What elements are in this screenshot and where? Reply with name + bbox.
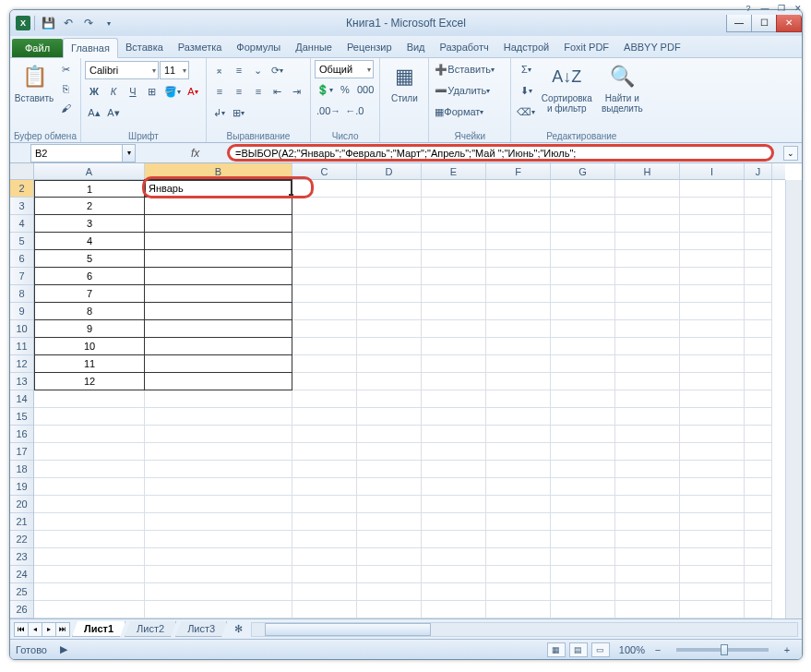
cell[interactable] [422,513,486,531]
cell[interactable] [745,531,772,548]
view-layout-icon[interactable]: ▤ [569,642,588,657]
minimize-button[interactable]: — [726,15,752,32]
sheet-tab[interactable]: Лист3 [175,621,227,637]
ribbon-tab-4[interactable]: Данные [288,38,340,57]
cell[interactable] [145,233,292,250]
find-select-button[interactable]: 🔍 Найти и выделить [596,60,648,115]
cell[interactable] [615,338,680,355]
maximize-button[interactable]: ☐ [751,15,777,32]
cell[interactable] [745,198,772,215]
cell[interactable] [34,601,145,618]
cell[interactable] [551,478,615,496]
cell[interactable] [680,373,745,390]
cell[interactable] [486,513,551,531]
name-box[interactable]: B2 [30,144,123,162]
cell[interactable] [357,250,422,268]
cell[interactable] [680,303,745,320]
cell[interactable] [145,303,292,320]
italic-button[interactable]: К [104,82,123,101]
cell[interactable] [357,408,422,426]
align-center-icon[interactable]: ≡ [230,82,248,101]
cell[interactable] [486,408,551,426]
cell[interactable] [615,426,680,443]
tab-nav-prev-icon[interactable]: ◂ [28,622,42,637]
cell[interactable] [292,496,357,513]
cell[interactable] [551,268,615,285]
ribbon-tab-9[interactable]: Foxit PDF [556,38,616,57]
row-header[interactable]: 8 [10,285,33,303]
cell[interactable] [745,285,772,303]
cell[interactable] [486,303,551,320]
border-button[interactable]: ⊞ [143,82,161,101]
cell[interactable] [357,461,422,478]
fx-button[interactable]: fx [191,147,199,160]
cell[interactable] [34,426,145,443]
cell[interactable] [292,601,357,618]
cell[interactable] [615,303,680,320]
cell[interactable] [551,426,615,443]
row-header[interactable]: 11 [10,338,33,355]
cell[interactable] [357,548,422,566]
view-normal-icon[interactable]: ▦ [547,642,566,657]
cell[interactable] [357,303,422,320]
cell[interactable] [422,566,486,583]
cells[interactable]: Январь 123456789101112 [34,180,785,618]
cell[interactable] [34,408,145,426]
cell[interactable] [422,198,486,215]
cell[interactable] [292,461,357,478]
cell[interactable] [145,478,292,496]
increase-decimal-icon[interactable]: .00→ [315,102,342,120]
cell[interactable] [680,250,745,268]
row-header[interactable]: 2 [10,180,33,198]
column-header[interactable]: H [615,163,680,179]
cell[interactable] [422,601,486,618]
column-header[interactable]: B [145,163,292,179]
decrease-decimal-icon[interactable]: ←.0 [343,102,365,120]
row-header[interactable]: 7 [10,268,33,285]
cell[interactable] [292,285,357,303]
cell[interactable] [745,338,772,355]
cell[interactable] [486,198,551,215]
cell[interactable] [145,355,292,373]
cell[interactable] [745,443,772,461]
cell[interactable] [551,180,615,198]
qat-save-icon[interactable]: 💾 [39,14,57,32]
cell[interactable] [745,180,772,198]
cell[interactable] [486,355,551,373]
cell[interactable] [422,583,486,601]
cell[interactable] [486,250,551,268]
column-header[interactable]: I [680,163,745,179]
cell[interactable] [34,461,145,478]
cell[interactable] [486,531,551,548]
cell[interactable] [615,478,680,496]
row-header[interactable]: 24 [10,566,33,583]
doc-close-icon[interactable]: ✕ [791,9,803,15]
cell[interactable] [145,390,292,408]
cell[interactable] [486,461,551,478]
cell[interactable] [357,338,422,355]
cell[interactable] [680,583,745,601]
cell[interactable] [680,355,745,373]
autosum-icon[interactable]: Σ [515,60,537,78]
cell[interactable] [486,373,551,390]
cell[interactable] [551,355,615,373]
cell[interactable] [551,338,615,355]
row-header[interactable]: 12 [10,355,33,373]
cell[interactable] [292,338,357,355]
tab-nav-next-icon[interactable]: ▸ [42,622,56,637]
ribbon-tab-7[interactable]: Разработч [433,38,496,57]
cell[interactable] [551,443,615,461]
cell[interactable] [422,233,486,250]
cell[interactable] [615,548,680,566]
name-box-dropdown[interactable]: ▾ [123,144,136,162]
cell[interactable] [357,513,422,531]
cell[interactable] [551,285,615,303]
wrap-text-icon[interactable]: ↲ [210,103,229,122]
cell[interactable] [145,268,292,285]
cell[interactable] [422,478,486,496]
cell[interactable] [292,268,357,285]
cell[interactable] [615,531,680,548]
cell[interactable] [551,390,615,408]
cell[interactable] [145,583,292,601]
row-header[interactable]: 6 [10,250,33,268]
